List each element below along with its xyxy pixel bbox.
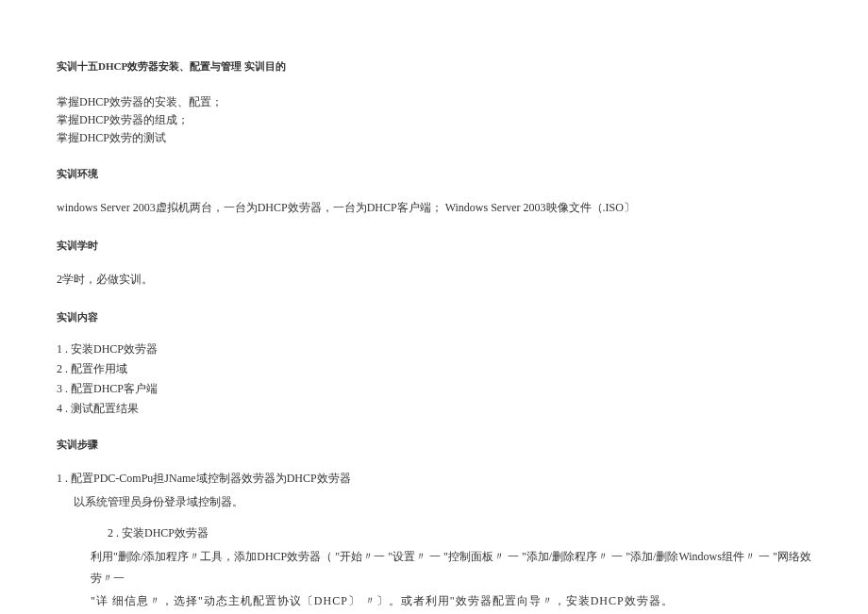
hours-text: 2学时，必做实训。: [57, 269, 811, 290]
content-item: 3 . 配置DHCP客户端: [57, 380, 811, 398]
step-2-line: "详 细信息〃，选择"动态主机配置协议〔DHCP〕 〃〕。或者利用"效劳器配置向…: [57, 590, 811, 612]
objective-item: 掌握DHCP效劳器的组成；: [57, 111, 811, 129]
section-env-head: 实训环境: [57, 164, 811, 184]
objective-item: 掌握DHCP效劳器的安装、配置；: [57, 93, 811, 111]
section-hours-head: 实训学时: [57, 236, 811, 256]
step-2-title: 2 . 安装DHCP效劳器: [57, 523, 811, 544]
step-1-desc: 以系统管理员身份登录域控制器。: [57, 491, 811, 513]
doc-title: 实训十五DHCP效劳器安装、配置与管理 实训目的: [57, 57, 811, 76]
section-content-head: 实训内容: [57, 307, 811, 327]
step-1-title: 1 . 配置PDC-ComPu担JName域控制器效劳器为DHCP效劳器: [57, 468, 811, 490]
objectives-block: 掌握DHCP效劳器的安装、配置； 掌握DHCP效劳器的组成； 掌握DHCP效劳的…: [57, 93, 811, 148]
env-text: windows Server 2003虚拟机两台，一台为DHCP效劳器，一台为D…: [57, 197, 811, 219]
content-item: 1 . 安装DHCP效劳器: [57, 340, 811, 358]
step-2-line: 利用"删除/添加程序〃工具，添加DHCP效劳器（ "开始〃一 "设置〃 一 "控…: [57, 546, 811, 589]
section-steps-head: 实训步骤: [57, 435, 811, 455]
content-item: 2 . 配置作用域: [57, 360, 811, 378]
content-item: 4 . 测试配置结果: [57, 400, 811, 418]
objective-item: 掌握DHCP效劳的测试: [57, 129, 811, 147]
